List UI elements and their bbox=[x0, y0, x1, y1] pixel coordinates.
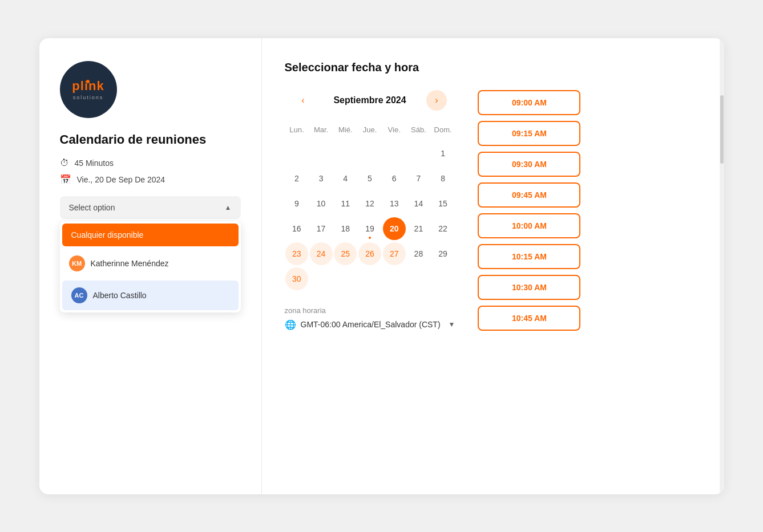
calendar-cell: 21 bbox=[407, 217, 430, 240]
select-box[interactable]: Select option ▲ bbox=[60, 196, 241, 219]
calendar-grid: Lun. Mar. Mié. Jue. Vie. Sáb. Dom. 12345… bbox=[285, 122, 455, 290]
time-slot-1045-AM[interactable]: 10:45 AM bbox=[478, 306, 580, 331]
weekday-lun: Lun. bbox=[285, 122, 309, 137]
alberto-label: Alberto Castillo bbox=[93, 291, 147, 300]
calendar-cell bbox=[407, 142, 430, 165]
calendar-cell bbox=[431, 267, 454, 290]
avatar-katherinne: KM bbox=[69, 255, 85, 271]
calendar-cell: 11 bbox=[334, 192, 357, 215]
weekday-sab: Sáb. bbox=[406, 122, 431, 137]
calendar-cell[interactable]: 26 bbox=[358, 242, 381, 265]
time-slot-1000-AM[interactable]: 10:00 AM bbox=[478, 213, 580, 238]
time-slot-0915-AM[interactable]: 09:15 AM bbox=[478, 121, 580, 146]
calendar-cell: 16 bbox=[285, 217, 308, 240]
dropdown-item-alberto[interactable]: AC Alberto Castillo bbox=[62, 281, 239, 310]
timezone-value: GMT-06:00 America/El_Salvador (CST) bbox=[301, 320, 441, 329]
calendar-cell[interactable]: 23 bbox=[285, 242, 308, 265]
calendar-cell[interactable]: 30 bbox=[285, 267, 308, 290]
calendar-cell[interactable]: 25 bbox=[334, 242, 357, 265]
calendar-cell: 22 bbox=[431, 217, 454, 240]
logo-subtitle: solutions bbox=[72, 95, 104, 100]
calendar-cell: 28 bbox=[407, 242, 430, 265]
section-title: Seleccionar fecha y hora bbox=[285, 61, 701, 74]
weekday-jue: Jue. bbox=[358, 122, 382, 137]
calendar-cell: 4 bbox=[334, 167, 357, 190]
calendar-cell: 15 bbox=[431, 192, 454, 215]
calendar-cell bbox=[358, 142, 381, 165]
calendar-area: ‹ Septiembre 2024 › Lun. Mar. Mié. Jue. … bbox=[285, 90, 455, 330]
left-panel: plink solutions Calendario de reuniones … bbox=[39, 38, 262, 494]
dropdown-item-katherinne[interactable]: KM Katherinne Menéndez bbox=[60, 249, 241, 278]
prev-icon: ‹ bbox=[301, 95, 304, 105]
right-panel: Seleccionar fecha y hora ‹ Septiembre 20… bbox=[262, 38, 724, 494]
meeting-title: Calendario de reuniones bbox=[60, 132, 241, 148]
dropdown-item-any[interactable]: Cualquier disponible bbox=[62, 224, 239, 246]
calendar-cell bbox=[310, 267, 333, 290]
calendar-cell: 2 bbox=[285, 167, 308, 190]
timezone-label: zona horaria bbox=[285, 306, 455, 315]
calendar-cell[interactable]: 27 bbox=[383, 242, 406, 265]
select-placeholder: Select option bbox=[69, 203, 115, 212]
calendar-cell: 5 bbox=[358, 167, 381, 190]
date-label: Vie., 20 De Sep De 2024 bbox=[77, 175, 165, 184]
calendar-cell bbox=[407, 267, 430, 290]
timezone-arrow-icon: ▼ bbox=[449, 320, 455, 328]
avatar: plink solutions bbox=[60, 61, 117, 118]
month-label: Septiembre 2024 bbox=[327, 95, 413, 105]
calendar-cell: 9 bbox=[285, 192, 308, 215]
time-slot-0945-AM[interactable]: 09:45 AM bbox=[478, 182, 580, 208]
calendar-cell: 3 bbox=[310, 167, 333, 190]
calendar-cell: 7 bbox=[407, 167, 430, 190]
main-card: plink solutions Calendario de reuniones … bbox=[39, 38, 724, 494]
avatar-alberto: AC bbox=[71, 287, 87, 303]
time-slot-0930-AM[interactable]: 09:30 AM bbox=[478, 152, 580, 177]
time-slot-1015-AM[interactable]: 10:15 AM bbox=[478, 244, 580, 269]
time-slot-1030-AM[interactable]: 10:30 AM bbox=[478, 275, 580, 300]
calendar-cell bbox=[285, 142, 308, 165]
time-slots: 09:00 AM09:15 AM09:30 AM09:45 AM10:00 AM… bbox=[478, 90, 580, 331]
logo-text: plink bbox=[72, 79, 104, 93]
calendar-cell: 10 bbox=[310, 192, 333, 215]
time-slot-0900-AM[interactable]: 09:00 AM bbox=[478, 90, 580, 115]
duration-label: 45 Minutos bbox=[75, 159, 114, 168]
calendar-cell: 17 bbox=[310, 217, 333, 240]
timezone-selector[interactable]: 🌐 GMT-06:00 America/El_Salvador (CST) ▼ bbox=[285, 319, 455, 330]
calendar-cell bbox=[383, 142, 406, 165]
calendar-body: 1234567891011121314151617181920212223242… bbox=[285, 142, 455, 290]
weekday-mie: Mié. bbox=[333, 122, 358, 137]
katherinne-label: Katherinne Menéndez bbox=[91, 259, 169, 268]
scrollbar-track bbox=[720, 38, 724, 494]
dropdown-menu: Cualquier disponible KM Katherinne Menén… bbox=[60, 221, 241, 312]
next-month-button[interactable]: › bbox=[426, 90, 447, 111]
weekday-vie: Vie. bbox=[382, 122, 406, 137]
date-row: 📅 Vie., 20 De Sep De 2024 bbox=[60, 174, 241, 185]
next-icon: › bbox=[435, 95, 438, 105]
select-wrapper: Select option ▲ Cualquier disponible KM … bbox=[60, 196, 241, 312]
calendar-cell bbox=[334, 267, 357, 290]
timezone-section: zona horaria 🌐 GMT-06:00 America/El_Salv… bbox=[285, 306, 455, 330]
calendar-cell bbox=[310, 142, 333, 165]
calendar-cell: 13 bbox=[383, 192, 406, 215]
weekday-dom: Dom. bbox=[431, 122, 455, 137]
calendar-cell: 18 bbox=[334, 217, 357, 240]
duration-row: ⏱ 45 Minutos bbox=[60, 158, 241, 168]
calendar-cell: 1 bbox=[431, 142, 454, 165]
calendar-cell bbox=[334, 142, 357, 165]
calendar-nav: ‹ Septiembre 2024 › bbox=[285, 90, 455, 111]
clock-icon: ⏱ bbox=[60, 158, 69, 168]
arrow-up-icon: ▲ bbox=[225, 204, 232, 212]
calendar-cell: 19 bbox=[358, 217, 381, 240]
calendar-cell: 6 bbox=[383, 167, 406, 190]
calendar-cell: 29 bbox=[431, 242, 454, 265]
calendar-icon: 📅 bbox=[60, 174, 71, 185]
calendar-cell bbox=[383, 267, 406, 290]
weekday-mar: Mar. bbox=[309, 122, 333, 137]
calendar-header: Lun. Mar. Mié. Jue. Vie. Sáb. Dom. bbox=[285, 122, 455, 137]
calendar-cell[interactable]: 24 bbox=[310, 242, 333, 265]
prev-month-button[interactable]: ‹ bbox=[293, 90, 313, 111]
calendar-cell: 8 bbox=[431, 167, 454, 190]
calendar-cell: 12 bbox=[358, 192, 381, 215]
any-label: Cualquier disponible bbox=[71, 230, 144, 239]
globe-icon: 🌐 bbox=[285, 319, 296, 330]
calendar-cell[interactable]: 20 bbox=[383, 217, 406, 240]
